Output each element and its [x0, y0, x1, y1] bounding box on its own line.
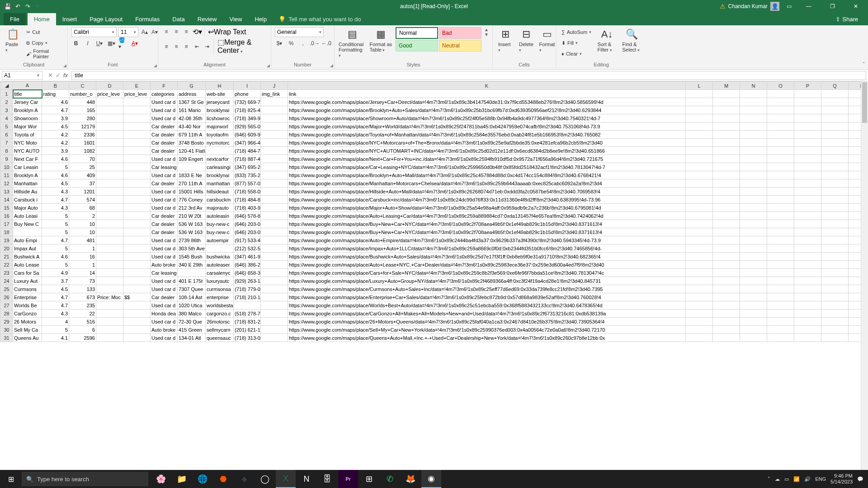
cell[interactable]: [794, 277, 821, 285]
cell[interactable]: [713, 90, 740, 98]
cell[interactable]: [96, 147, 123, 155]
cell[interactable]: bushwicka: [206, 253, 234, 261]
cell[interactable]: [767, 253, 794, 261]
cell[interactable]: nextcarfor: [206, 155, 234, 163]
cell[interactable]: 4.6: [42, 253, 69, 261]
cell[interactable]: [261, 114, 288, 122]
enter-icon[interactable]: ✓: [56, 72, 61, 79]
cell[interactable]: [261, 301, 288, 310]
cell[interactable]: Used car d: [151, 277, 178, 285]
cell[interactable]: 270 11th A: [178, 179, 206, 188]
styles-more-icon[interactable]: ▲▼: [484, 27, 489, 37]
cell[interactable]: 6: [69, 326, 96, 334]
cell[interactable]: [96, 244, 123, 253]
cell[interactable]: [821, 114, 849, 122]
cell[interactable]: Car dealer: [151, 228, 178, 236]
cell[interactable]: [821, 155, 849, 163]
cell[interactable]: 73: [69, 277, 96, 285]
cell[interactable]: [123, 220, 151, 228]
indent-dec-icon[interactable]: ⇤: [193, 42, 202, 51]
vscode-icon[interactable]: ⟐: [234, 470, 254, 488]
cell[interactable]: [96, 228, 123, 236]
cell[interactable]: [686, 155, 713, 163]
cell[interactable]: 7307 Quee: [178, 285, 206, 293]
cell[interactable]: 212 3rd Av: [178, 204, 206, 212]
cell[interactable]: Used car d: [151, 253, 178, 261]
underline-button[interactable]: U▾: [95, 39, 104, 48]
cell[interactable]: [686, 334, 713, 342]
cell[interactable]: 5: [42, 326, 69, 334]
cell[interactable]: Used car d: [151, 301, 178, 310]
cell[interactable]: (518) 278-7300: [234, 310, 261, 318]
cell[interactable]: (646) 203-0390: [234, 220, 261, 228]
cell[interactable]: [821, 220, 849, 228]
cell[interactable]: [767, 188, 794, 196]
cell[interactable]: [794, 171, 821, 179]
row-header[interactable]: 19: [0, 236, 13, 244]
cell[interactable]: [686, 326, 713, 334]
cell[interactable]: 15001 Hills: [178, 188, 206, 196]
cell[interactable]: https://www.google.com/maps/place/Showro…: [288, 114, 686, 122]
cell[interactable]: (732) 669-7554: [234, 98, 261, 106]
cell[interactable]: [123, 261, 151, 269]
undo-icon[interactable]: ↶: [14, 2, 22, 10]
cell[interactable]: [740, 228, 767, 236]
cell[interactable]: [96, 131, 123, 139]
cell[interactable]: autoleasin: [206, 212, 234, 220]
cell[interactable]: Major Auto: [13, 204, 42, 212]
cell[interactable]: [96, 318, 123, 326]
ribbon-options-icon[interactable]: ▭: [782, 3, 796, 9]
cell[interactable]: [96, 179, 123, 188]
row-header[interactable]: 28: [0, 310, 13, 318]
cell[interactable]: buy-new-c: [206, 220, 234, 228]
cell[interactable]: (917) 533-4733: [234, 236, 261, 244]
cell[interactable]: [794, 131, 821, 139]
cell[interactable]: Queens Au: [13, 334, 42, 342]
cell[interactable]: (718) 210-1001: [234, 293, 261, 301]
cell[interactable]: [261, 106, 288, 114]
cell[interactable]: 4.6: [42, 171, 69, 179]
cell[interactable]: [261, 179, 288, 188]
cell[interactable]: 4.3: [42, 188, 69, 196]
cell[interactable]: [261, 122, 288, 131]
cell[interactable]: [740, 253, 767, 261]
cell[interactable]: 5: [42, 220, 69, 228]
cell[interactable]: link: [288, 90, 686, 98]
tab-page-layout[interactable]: Page Layout: [83, 13, 129, 25]
cell[interactable]: 42-08 35th: [178, 114, 206, 122]
cell[interactable]: Used car d: [151, 334, 178, 342]
row-header[interactable]: 14: [0, 196, 13, 204]
cell[interactable]: [713, 277, 740, 285]
cell[interactable]: [821, 285, 849, 293]
cell[interactable]: 72-30 Que: [178, 318, 206, 326]
cell[interactable]: [713, 228, 740, 236]
premiere-icon[interactable]: Pr: [338, 470, 358, 488]
cell[interactable]: Buy New C: [13, 220, 42, 228]
cell[interactable]: [686, 301, 713, 310]
cell[interactable]: [686, 114, 713, 122]
cell[interactable]: [794, 196, 821, 204]
cell[interactable]: [740, 98, 767, 106]
cell[interactable]: NYC Moto: [13, 139, 42, 147]
cell[interactable]: [794, 204, 821, 212]
cell[interactable]: [794, 301, 821, 310]
cell[interactable]: [261, 269, 288, 277]
cell[interactable]: Honda dea: [151, 310, 178, 318]
cell[interactable]: (347) 695-2886: [234, 163, 261, 171]
col-header-O[interactable]: O: [767, 82, 794, 90]
cell[interactable]: NYC AUTO: [13, 147, 42, 155]
cell[interactable]: rating: [42, 90, 69, 98]
cell[interactable]: 4.3: [42, 204, 69, 212]
tab-home[interactable]: Home: [28, 13, 56, 25]
cell[interactable]: Car Leasin: [13, 163, 42, 171]
cell[interactable]: queensauc: [206, 334, 234, 342]
cell[interactable]: 22: [69, 310, 96, 318]
cell[interactable]: (646) 203-0390: [234, 228, 261, 236]
style-neutral[interactable]: Neutral: [439, 40, 481, 52]
cell[interactable]: [686, 220, 713, 228]
cell[interactable]: Major Wor: [13, 122, 42, 131]
firefox-icon[interactable]: 🦊: [401, 470, 420, 488]
cell[interactable]: Car leasing service: [151, 163, 178, 171]
cell[interactable]: [794, 114, 821, 122]
orientation-icon[interactable]: ⟲▾: [193, 28, 202, 36]
